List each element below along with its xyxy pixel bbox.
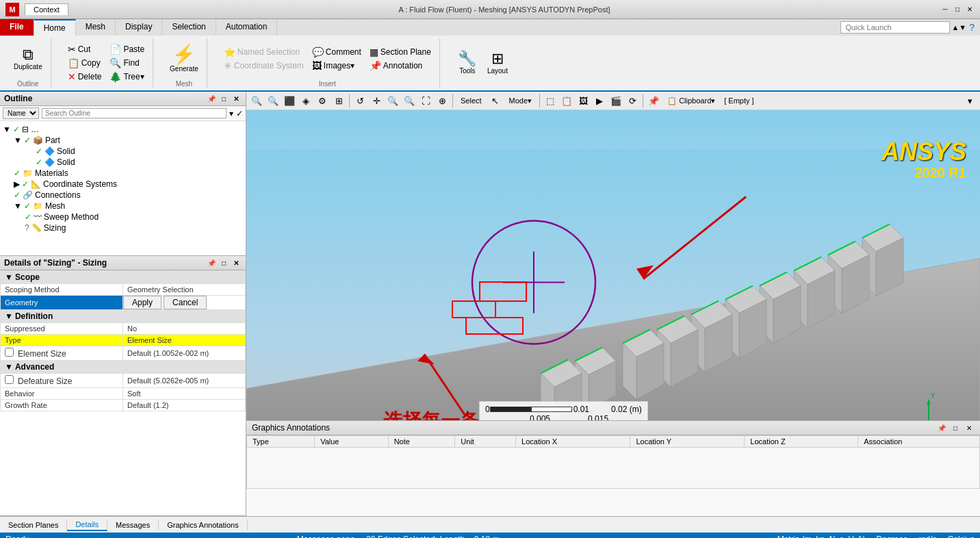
- tree-item-part[interactable]: ▼ ✓ 📦 Part: [3, 135, 243, 146]
- cancel-button[interactable]: Cancel: [164, 296, 207, 309]
- tree-item-coord-systems[interactable]: ▶ ✓ 📐 Coordinate Systems: [3, 179, 243, 190]
- zoom-fit-button[interactable]: 🔍: [249, 93, 264, 108]
- clipboard-btn[interactable]: 📋 Clipboard▾: [662, 93, 720, 108]
- tree-item-root[interactable]: ▼ ✓ ⊟ …: [3, 124, 243, 135]
- rotate-button[interactable]: ↺: [352, 93, 368, 108]
- tree-item-mesh[interactable]: ▼ ✓ 📁 Mesh: [3, 201, 243, 212]
- ribbon-tab-home[interactable]: Home: [34, 19, 76, 36]
- details-float-button[interactable]: □: [218, 257, 229, 268]
- tree-item-solid2[interactable]: ✓ 🔷 Solid: [3, 157, 243, 168]
- tree-item-solid1[interactable]: ✓ 🔷 Solid: [3, 146, 243, 157]
- annotation-button[interactable]: 📌 Annotation: [367, 60, 434, 72]
- fit-button[interactable]: ⛶: [418, 93, 433, 108]
- definition-toggle[interactable]: ▼: [5, 311, 13, 321]
- outline-pin-button[interactable]: 📌: [206, 93, 217, 104]
- scope-toggle[interactable]: ▼: [5, 272, 13, 282]
- zoom-box-button[interactable]: 🔍: [385, 93, 400, 108]
- defeature-size-row: Defeature Size Default (5.0262e-005 m): [1, 374, 246, 388]
- grid-button[interactable]: ⊞: [331, 93, 346, 108]
- plus-button[interactable]: ✛: [369, 93, 384, 108]
- viewport-btn6[interactable]: ⟳: [625, 93, 640, 108]
- details-pin-button[interactable]: 📌: [206, 257, 217, 268]
- root-expand-icon: ▼: [3, 125, 11, 134]
- ribbon-tab-automation[interactable]: Automation: [216, 19, 278, 36]
- select-label[interactable]: Select: [456, 93, 487, 108]
- ribbon-tab-mesh[interactable]: Mesh: [76, 19, 116, 36]
- paste-button[interactable]: 📄 Paste: [107, 43, 147, 55]
- cut-button[interactable]: ✂ Cut: [65, 43, 105, 55]
- outline-name-select[interactable]: Name: [3, 107, 39, 119]
- viewport-btn2[interactable]: 📋: [559, 93, 574, 108]
- view-cube-button[interactable]: ⬛: [282, 93, 297, 108]
- zoom-in-button[interactable]: 🔍: [266, 93, 281, 108]
- viewport-btn1[interactable]: ⬚: [543, 93, 558, 108]
- title-tab-context[interactable]: Context: [25, 3, 68, 15]
- zoom-all-button[interactable]: ⊕: [435, 93, 450, 108]
- tree-item-materials[interactable]: ✓ 📁 Materials: [3, 168, 243, 179]
- cursor-button[interactable]: ↖: [488, 93, 503, 108]
- viewport-btn5[interactable]: 🎬: [608, 93, 623, 108]
- view-options-button[interactable]: ⚙: [315, 93, 330, 108]
- copy-button[interactable]: 📋 Copy: [65, 57, 105, 69]
- paste-label: Paste: [123, 44, 144, 54]
- images-label: Images▾: [324, 61, 354, 71]
- images-button[interactable]: 🖼 Images▾: [309, 60, 364, 72]
- viewport-btn4[interactable]: ▶: [592, 93, 607, 108]
- view-mode-button[interactable]: ◈: [298, 93, 313, 108]
- element-size-checkbox[interactable]: [5, 348, 14, 357]
- layout-icon: ⊞: [491, 51, 504, 66]
- tree-item-connections[interactable]: ✓ 🔗 Connections: [3, 190, 243, 201]
- tree-button[interactable]: 🌲 Tree▾: [107, 71, 147, 83]
- viewport-btn3[interactable]: 🖼: [576, 93, 591, 108]
- details-close-button[interactable]: ✕: [231, 257, 242, 268]
- defeature-size-checkbox[interactable]: [5, 375, 14, 384]
- comment-label: Comment: [326, 47, 361, 57]
- quick-launch-input[interactable]: [840, 21, 950, 34]
- section-planes-tab[interactable]: Section Planes: [0, 520, 67, 530]
- close-button[interactable]: ✕: [965, 5, 975, 14]
- duplicate-label: Duplicate: [14, 63, 42, 71]
- toolbar-expand-button[interactable]: ▾: [962, 93, 977, 108]
- minimize-button[interactable]: ─: [940, 5, 950, 14]
- find-button[interactable]: 🔍 Find: [107, 57, 147, 69]
- named-selection-button[interactable]: ⭐ Named Selection: [221, 46, 307, 58]
- paste-icon: 📄: [109, 44, 121, 55]
- comment-button[interactable]: 💬 Comment: [309, 46, 364, 58]
- ribbon-tab-display[interactable]: Display: [116, 19, 162, 36]
- details-tab[interactable]: Details: [67, 519, 107, 531]
- layout-button[interactable]: ⊞ Layout: [484, 50, 511, 76]
- outline-search-input[interactable]: [42, 108, 227, 118]
- tools-button[interactable]: 🔧 Tools: [454, 50, 481, 76]
- viewport-btn7[interactable]: 📌: [646, 93, 661, 108]
- messages-tab[interactable]: Messages: [107, 520, 159, 530]
- status-messages: Messages pane 38 Edges Selected; Length …: [40, 535, 756, 538]
- outline-header-buttons: 📌 □ ✕: [206, 93, 242, 104]
- col-type: Type: [247, 436, 315, 448]
- ribbon-tab-selection[interactable]: Selection: [162, 19, 216, 36]
- ribbon-tab-file[interactable]: File: [0, 19, 34, 36]
- tree-item-label: …: [31, 125, 39, 134]
- annotations-empty-row: [247, 448, 980, 489]
- apply-button[interactable]: Apply: [123, 296, 162, 309]
- section-plane-button[interactable]: ▦ Section Plane: [367, 46, 434, 58]
- outline-title: Outline: [4, 94, 32, 103]
- outline-close-button[interactable]: ✕: [231, 93, 242, 104]
- coordinate-system-button[interactable]: ✳ Coordinate System: [221, 60, 307, 72]
- advanced-toggle[interactable]: ▼: [5, 362, 13, 372]
- generate-button[interactable]: ⚡ Generate: [167, 44, 201, 74]
- tree-item-sizing[interactable]: ? 📏 Sizing: [3, 222, 243, 233]
- outline-float-button[interactable]: □: [218, 93, 229, 104]
- tree-item-sweep-method[interactable]: ✓ 〰 Sweep Method: [3, 212, 243, 222]
- zoom-out-button[interactable]: 🔍: [402, 93, 417, 108]
- duplicate-button[interactable]: ⧉ Duplicate: [11, 46, 45, 72]
- mode-button[interactable]: Mode▾: [504, 93, 537, 108]
- graphics-annotations-tab[interactable]: Graphics Annotations: [159, 520, 248, 530]
- annotations-float-button[interactable]: □: [950, 422, 961, 433]
- maximize-button[interactable]: □: [953, 5, 962, 14]
- annotations-pin-button[interactable]: 📌: [936, 422, 947, 433]
- annotations-close-button[interactable]: ✕: [964, 422, 975, 433]
- window-title: A : Fluid Flow (Fluent) - Meshing [ANSYS…: [68, 5, 940, 14]
- col-note: Note: [388, 436, 455, 448]
- delete-button[interactable]: ✕ Delete: [65, 71, 105, 83]
- search-expand-icon: ▾: [229, 109, 233, 118]
